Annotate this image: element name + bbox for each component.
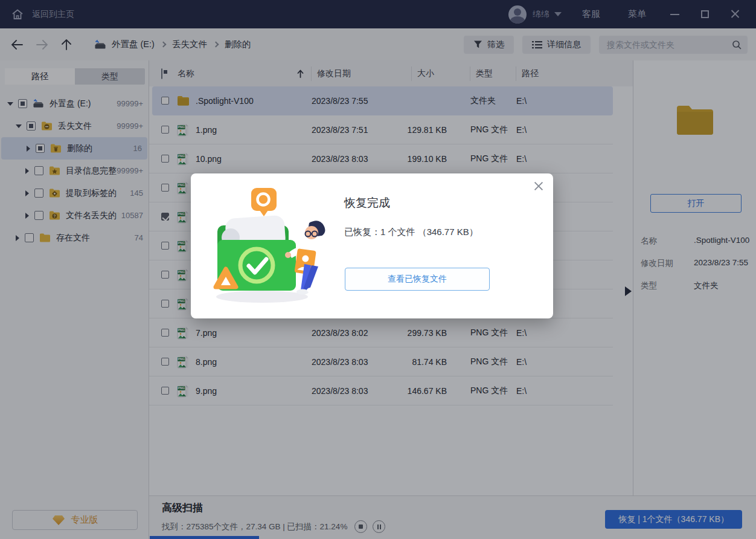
dialog-title: 恢复完成 (344, 195, 390, 211)
recovery-success-illustration (208, 188, 332, 306)
dialog-close-button[interactable] (534, 181, 543, 191)
dialog-message: 已恢复：1 个文件 （346.77 KB） (344, 227, 478, 238)
recovery-complete-dialog: 恢复完成 已恢复：1 个文件 （346.77 KB） 查看已恢复文件 (191, 173, 553, 318)
app-window: 返回到主页 绵绵 客服 菜单 (0, 0, 756, 539)
view-recovered-files-button[interactable]: 查看已恢复文件 (345, 268, 490, 291)
